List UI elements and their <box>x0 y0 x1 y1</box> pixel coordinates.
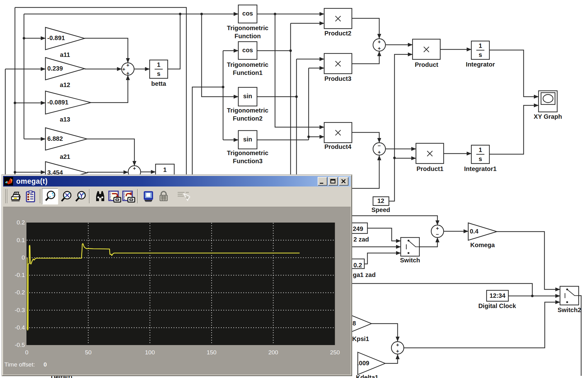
svg-text:6.882: 6.882 <box>47 135 63 142</box>
svg-text:Product1: Product1 <box>417 165 444 172</box>
svg-text:Trigonometric: Trigonometric <box>227 107 268 114</box>
svg-text:Kpsi1: Kpsi1 <box>352 335 369 342</box>
svg-text:0: 0 <box>21 254 25 261</box>
svg-text:Speed: Speed <box>371 206 390 213</box>
svg-text:Product4: Product4 <box>324 143 352 150</box>
svg-text:+: + <box>133 165 136 171</box>
svg-text:Integrator: Integrator <box>466 61 495 68</box>
svg-text:XY Graph: XY Graph <box>534 113 562 120</box>
svg-text:1: 1 <box>478 146 482 153</box>
svg-text:-0.4: -0.4 <box>15 324 25 331</box>
svg-text:Kdelta1: Kdelta1 <box>356 374 378 378</box>
svg-text:12:34: 12:34 <box>489 292 506 299</box>
svg-text:Trigonometric: Trigonometric <box>227 150 268 156</box>
svg-text:a21: a21 <box>60 153 70 160</box>
svg-text:sin: sin <box>243 136 252 143</box>
svg-text:cos: cos <box>242 10 253 17</box>
svg-text:249: 249 <box>353 225 363 232</box>
svg-text:2 zad: 2 zad <box>353 236 369 243</box>
svg-text:8: 8 <box>352 320 356 327</box>
svg-text:+: + <box>396 348 399 354</box>
svg-text:Product2: Product2 <box>324 30 352 37</box>
svg-text:+: + <box>126 70 129 76</box>
svg-text:1: 1 <box>163 166 166 173</box>
svg-text:cos: cos <box>242 47 253 53</box>
svg-text:0.4: 0.4 <box>470 228 479 235</box>
svg-text:Komega: Komega <box>470 242 495 248</box>
svg-text:Digital Clock: Digital Clock <box>478 302 516 309</box>
svg-text:50: 50 <box>85 349 91 356</box>
svg-text:1: 1 <box>478 42 482 49</box>
svg-text:0.2: 0.2 <box>353 262 362 269</box>
svg-text:+: + <box>126 62 129 68</box>
svg-text:+: + <box>378 39 381 45</box>
svg-text:+: + <box>122 66 125 72</box>
svg-text:250: 250 <box>330 349 340 356</box>
svg-text:Function3: Function3 <box>233 158 263 164</box>
svg-text:Switch2: Switch2 <box>558 307 581 313</box>
svg-text:-0.3: -0.3 <box>15 307 25 313</box>
svg-text:sin: sin <box>243 93 252 99</box>
svg-text:-0.0891: -0.0891 <box>47 99 68 106</box>
svg-text:.009: .009 <box>357 360 369 366</box>
svg-text:ga1 zad: ga1 zad <box>353 271 376 278</box>
svg-text:+: + <box>378 45 381 51</box>
svg-text:-0.2: -0.2 <box>15 289 25 296</box>
svg-text:−: − <box>378 143 381 149</box>
svg-text:a13: a13 <box>60 116 70 123</box>
svg-text:Function2: Function2 <box>233 115 263 122</box>
svg-text:s: s <box>478 51 482 58</box>
svg-text:Product: Product <box>415 61 438 68</box>
svg-text:Switch: Switch <box>400 257 420 264</box>
svg-text:1: 1 <box>157 61 160 68</box>
svg-text:-0.891: -0.891 <box>47 35 65 41</box>
svg-text:betta: betta <box>151 80 166 87</box>
svg-text:0.1: 0.1 <box>17 237 25 243</box>
svg-text:Integrator1: Integrator1 <box>464 165 497 172</box>
svg-text:0: 0 <box>25 349 29 356</box>
svg-text:150: 150 <box>207 349 217 356</box>
svg-text:a12: a12 <box>60 81 70 88</box>
svg-text:s: s <box>157 70 160 77</box>
svg-text:−: − <box>436 232 439 237</box>
svg-text:Function: Function <box>235 33 261 39</box>
svg-text:Time offset:: Time offset: <box>4 361 35 368</box>
svg-text:a11: a11 <box>60 51 70 58</box>
svg-text:Function1: Function1 <box>233 69 263 76</box>
svg-text:-0.1: -0.1 <box>15 272 25 278</box>
svg-text:0.2: 0.2 <box>17 219 25 226</box>
svg-text:-0.5: -0.5 <box>15 342 25 348</box>
svg-text:s: s <box>478 155 482 162</box>
svg-text:Product3: Product3 <box>324 75 352 82</box>
svg-text:100: 100 <box>145 349 155 356</box>
svg-text:+: + <box>378 149 381 155</box>
svg-text:200: 200 <box>268 349 278 356</box>
svg-text:+: + <box>436 225 439 231</box>
svg-text:12: 12 <box>377 197 384 204</box>
svg-text:0.239: 0.239 <box>47 65 63 72</box>
svg-text:+: + <box>396 342 399 348</box>
svg-text:0: 0 <box>44 361 47 368</box>
svg-text:Trigonometric: Trigonometric <box>227 25 268 31</box>
svg-text:Trigonometric: Trigonometric <box>227 61 268 68</box>
